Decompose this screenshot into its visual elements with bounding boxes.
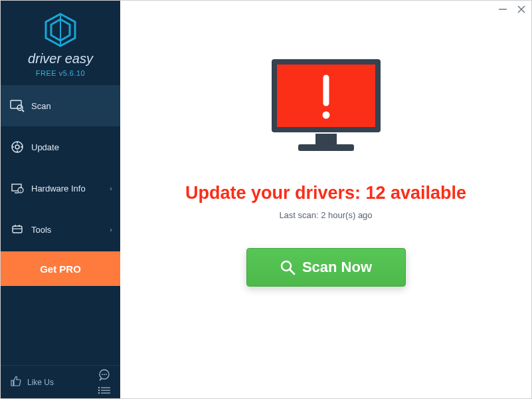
svg-rect-36: [298, 144, 354, 151]
svg-point-24: [98, 386, 100, 388]
menu-list-icon[interactable]: [98, 386, 111, 396]
svg-rect-3: [11, 100, 21, 108]
spacer: [1, 286, 120, 365]
minimize-button[interactable]: [498, 5, 507, 14]
nav: Scan Update i Hardware Info › Tools: [1, 85, 120, 250]
content: Update your drivers: 12 available Last s…: [120, 54, 531, 287]
get-pro-label: Get PRO: [40, 263, 81, 275]
scan-now-label: Scan Now: [302, 259, 372, 276]
version-label: FREE v5.6.10: [1, 69, 120, 77]
scan-now-button[interactable]: Scan Now: [246, 248, 406, 287]
svg-point-26: [98, 389, 100, 390]
headline: Update your drivers: 12 available: [185, 183, 466, 203]
close-button[interactable]: [517, 5, 526, 14]
chevron-right-icon: ›: [110, 184, 112, 192]
tools-icon: [10, 222, 25, 237]
sidebar-item-label: Tools: [31, 225, 51, 235]
hardware-info-icon: i: [10, 181, 25, 196]
svg-point-22: [104, 374, 105, 375]
sidebar-item-label: Update: [31, 142, 59, 152]
chevron-right-icon: ›: [110, 225, 112, 233]
last-scan-label: Last scan: 2 hour(s) ago: [279, 210, 372, 220]
search-icon: [280, 259, 296, 275]
svg-rect-16: [13, 226, 22, 233]
logo-icon: [43, 13, 78, 47]
svg-point-38: [322, 112, 329, 119]
scan-icon: [10, 98, 25, 113]
logo-block: driver easy FREE v5.6.10: [1, 1, 120, 85]
bottom-icons: [98, 368, 111, 396]
like-us-label[interactable]: Like Us: [27, 378, 54, 387]
sidebar-item-tools[interactable]: Tools ›: [1, 209, 120, 250]
sidebar-item-update[interactable]: Update: [1, 126, 120, 168]
svg-point-28: [98, 392, 100, 393]
thumbs-up-icon[interactable]: [10, 375, 22, 389]
update-icon: [10, 140, 25, 154]
svg-point-4: [17, 105, 23, 110]
feedback-icon[interactable]: [98, 368, 111, 384]
svg-point-23: [106, 374, 107, 375]
svg-point-7: [15, 145, 19, 149]
svg-text:i: i: [20, 189, 21, 193]
svg-point-21: [102, 374, 103, 375]
svg-rect-35: [315, 134, 337, 146]
alert-monitor-icon: [260, 54, 393, 163]
sidebar-bottom: Like Us: [1, 365, 120, 398]
svg-line-40: [290, 269, 294, 274]
svg-line-5: [22, 110, 24, 112]
sidebar-item-hardware-info[interactable]: i Hardware Info ›: [1, 168, 120, 209]
get-pro-button[interactable]: Get PRO: [1, 251, 120, 286]
sidebar-item-label: Scan: [31, 101, 51, 111]
sidebar: driver easy FREE v5.6.10 Scan Update i: [1, 1, 120, 398]
app-window: driver easy FREE v5.6.10 Scan Update i: [0, 0, 532, 399]
main-panel: Update your drivers: 12 available Last s…: [120, 1, 531, 398]
brand-name: driver easy: [1, 51, 120, 66]
sidebar-item-label: Hardware Info: [31, 184, 86, 194]
window-controls: [498, 5, 526, 14]
sidebar-item-scan[interactable]: Scan: [1, 85, 120, 126]
